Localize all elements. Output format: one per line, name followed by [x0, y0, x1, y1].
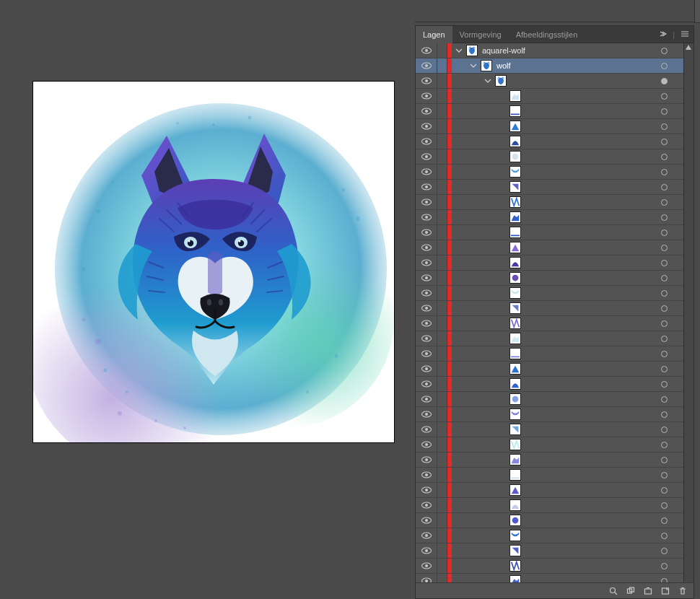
layer-path[interactable] [416, 377, 683, 392]
visibility-toggle[interactable] [416, 195, 437, 209]
target-button[interactable] [653, 437, 675, 452]
lock-toggle[interactable] [437, 180, 447, 194]
visibility-toggle[interactable] [416, 180, 437, 194]
disclosure-toggle[interactable] [468, 61, 478, 71]
selection-indicator[interactable] [675, 74, 683, 88]
visibility-toggle[interactable] [416, 43, 437, 58]
lock-toggle[interactable] [437, 240, 447, 255]
visibility-toggle[interactable] [416, 316, 437, 331]
visibility-toggle[interactable] [416, 255, 437, 270]
selection-indicator[interactable] [675, 301, 683, 315]
tab-graphic-styles[interactable]: Afbeeldingsstijlen [509, 26, 585, 43]
target-button[interactable] [653, 528, 675, 543]
selection-indicator[interactable] [675, 225, 683, 240]
layer-group[interactable] [416, 74, 683, 89]
selection-indicator[interactable] [675, 210, 683, 224]
target-button[interactable] [653, 422, 675, 437]
selection-indicator[interactable] [675, 392, 683, 406]
selection-indicator[interactable] [675, 528, 683, 543]
layer-path[interactable] [416, 331, 683, 346]
layer-path[interactable] [416, 180, 683, 195]
lock-toggle[interactable] [437, 89, 447, 103]
selection-indicator[interactable] [675, 271, 683, 285]
target-button[interactable] [653, 271, 675, 285]
lock-toggle[interactable] [437, 58, 447, 73]
visibility-toggle[interactable] [416, 392, 437, 406]
delete-icon[interactable] [678, 586, 688, 596]
selection-indicator[interactable] [675, 240, 683, 255]
selection-indicator[interactable] [675, 316, 683, 331]
layer-path[interactable] [416, 543, 683, 559]
target-button[interactable] [653, 134, 675, 149]
lock-toggle[interactable] [437, 316, 447, 331]
layer-name[interactable]: aquarel-wolf [482, 46, 653, 55]
lock-toggle[interactable] [437, 392, 447, 406]
visibility-toggle[interactable] [416, 210, 437, 224]
layer-path[interactable] [416, 165, 683, 180]
visibility-toggle[interactable] [416, 286, 437, 300]
visibility-toggle[interactable] [416, 468, 437, 482]
layer-path[interactable] [416, 392, 683, 407]
selection-indicator[interactable] [675, 377, 683, 391]
visibility-toggle[interactable] [416, 119, 437, 134]
target-button[interactable] [653, 543, 675, 558]
selection-indicator[interactable] [675, 513, 683, 528]
selection-indicator[interactable] [675, 452, 683, 467]
visibility-toggle[interactable] [416, 452, 437, 467]
layer-path[interactable] [416, 498, 683, 513]
selection-indicator[interactable] [675, 498, 683, 512]
target-button[interactable] [653, 331, 675, 346]
visibility-toggle[interactable] [416, 104, 437, 118]
layer-path[interactable] [416, 468, 683, 483]
target-button[interactable] [653, 195, 675, 209]
target-button[interactable] [653, 346, 675, 361]
target-button[interactable] [653, 483, 675, 497]
selection-indicator[interactable] [675, 543, 683, 558]
target-button[interactable] [653, 255, 675, 270]
target-button[interactable] [653, 89, 675, 103]
lock-toggle[interactable] [437, 422, 447, 437]
visibility-toggle[interactable] [416, 559, 437, 573]
lock-toggle[interactable] [437, 559, 447, 573]
visibility-toggle[interactable] [416, 498, 437, 512]
selection-indicator[interactable] [675, 104, 683, 118]
visibility-toggle[interactable] [416, 149, 437, 164]
layer-path[interactable] [416, 559, 683, 574]
lock-toggle[interactable] [437, 362, 447, 376]
lock-toggle[interactable] [437, 498, 447, 512]
target-button[interactable] [653, 377, 675, 391]
target-button[interactable] [653, 104, 675, 118]
layer-wolf[interactable]: wolf [416, 58, 683, 74]
visibility-toggle[interactable] [416, 225, 437, 240]
selection-indicator[interactable] [675, 468, 683, 482]
visibility-toggle[interactable] [416, 437, 437, 452]
target-button[interactable] [653, 301, 675, 315]
lock-toggle[interactable] [437, 74, 447, 88]
lock-toggle[interactable] [437, 543, 447, 558]
target-button[interactable] [653, 513, 675, 528]
layer-name[interactable]: wolf [496, 61, 653, 70]
visibility-toggle[interactable] [416, 301, 437, 315]
tab-appearance[interactable]: Vormgeving [452, 26, 509, 43]
artboard[interactable] [33, 82, 394, 442]
layer-path[interactable] [416, 528, 683, 543]
new-sublayer-icon[interactable] [643, 586, 653, 596]
layer-path[interactable] [416, 437, 683, 452]
lock-toggle[interactable] [437, 134, 447, 149]
lock-toggle[interactable] [437, 528, 447, 543]
lock-toggle[interactable] [437, 149, 447, 164]
selection-indicator[interactable] [675, 362, 683, 376]
selection-indicator[interactable] [675, 331, 683, 346]
layer-path[interactable] [416, 271, 683, 286]
layer-path[interactable] [416, 407, 683, 422]
target-button[interactable] [653, 286, 675, 300]
visibility-toggle[interactable] [416, 165, 437, 179]
target-button[interactable] [653, 210, 675, 224]
selection-indicator[interactable] [675, 134, 683, 149]
layer-path[interactable] [416, 149, 683, 165]
layer-path[interactable] [416, 210, 683, 225]
visibility-toggle[interactable] [416, 483, 437, 497]
target-button[interactable] [653, 119, 675, 134]
target-button[interactable] [653, 240, 675, 255]
target-button[interactable] [653, 559, 675, 573]
